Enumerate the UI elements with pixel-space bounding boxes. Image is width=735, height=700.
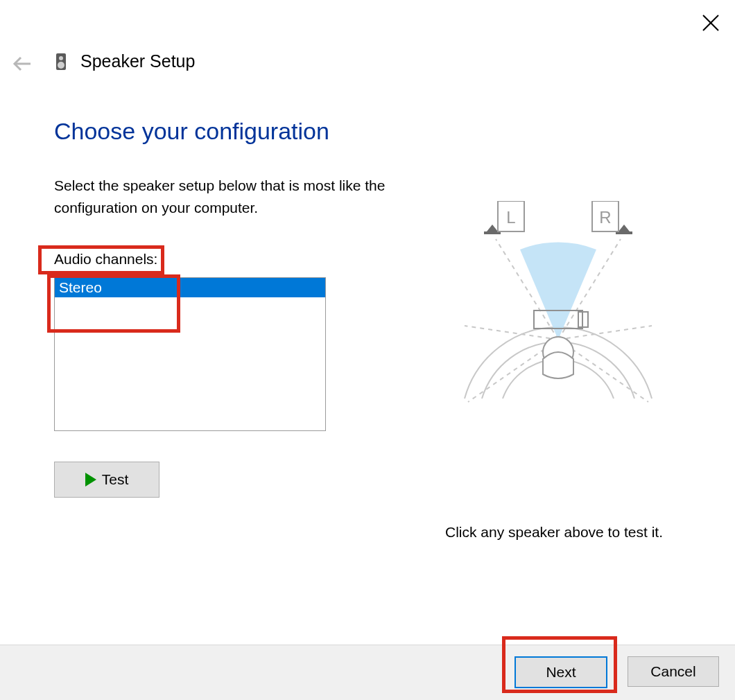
title-row: Speaker Setup — [51, 51, 195, 71]
page-heading: Choose your configuration — [54, 118, 329, 145]
svg-point-4 — [59, 56, 63, 60]
svg-point-5 — [58, 62, 64, 69]
test-button-label: Test — [102, 471, 129, 488]
next-button[interactable]: Next — [514, 656, 607, 688]
cancel-button[interactable]: Cancel — [628, 656, 719, 687]
audio-channels-label: Audio channels: — [54, 251, 157, 268]
window-title: Speaker Setup — [80, 51, 195, 71]
back-button[interactable] — [12, 55, 33, 72]
right-speaker-button[interactable] — [594, 201, 635, 236]
play-icon — [85, 473, 96, 487]
speaker-setup-wizard: Speaker Setup Choose your configuration … — [0, 0, 735, 700]
page-description: Select the speaker setup below that is m… — [54, 175, 415, 218]
wizard-footer: Next Cancel — [0, 645, 735, 700]
audio-channels-listbox[interactable]: Stereo — [54, 277, 326, 431]
cancel-button-label: Cancel — [650, 663, 695, 680]
close-icon — [702, 14, 720, 32]
diagram-hint: Click any speaker above to test it. — [445, 524, 663, 541]
arrow-left-icon — [12, 55, 33, 72]
speaker-diagram: L R — [444, 201, 673, 416]
test-button[interactable]: Test — [54, 462, 159, 498]
left-speaker-button[interactable] — [485, 201, 527, 236]
speaker-icon — [51, 52, 71, 71]
close-button[interactable] — [702, 14, 720, 32]
audio-channel-option[interactable]: Stereo — [55, 278, 325, 297]
next-button-label: Next — [546, 664, 576, 681]
